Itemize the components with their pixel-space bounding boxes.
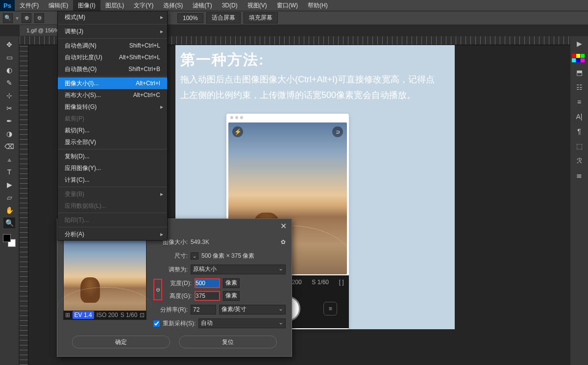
- dialog-preview: ⊞EV 1.4ISO 200S 1/60⊡: [63, 237, 147, 320]
- menu-item[interactable]: 复制(D)...: [58, 150, 167, 162]
- menu-file[interactable]: 文件(F): [15, 0, 44, 11]
- panel-icon-2[interactable]: ☷: [573, 82, 586, 93]
- menu-item: 陷印(T)...: [58, 214, 167, 226]
- eyedropper-tool[interactable]: ✂: [3, 103, 15, 114]
- zoom-in-icon[interactable]: ⊕: [22, 13, 31, 23]
- zoom-tool[interactable]: 🔍: [3, 218, 15, 228]
- color-swatch[interactable]: [3, 234, 16, 247]
- menu-item[interactable]: 图像大小(I)...Alt+Ctrl+I: [58, 77, 167, 89]
- resample-select[interactable]: 自动: [198, 318, 286, 328]
- path-tool[interactable]: ▶: [3, 179, 15, 190]
- menu-item[interactable]: 自动对比度(U)Alt+Shift+Ctrl+L: [58, 51, 167, 63]
- swatches-mini[interactable]: [572, 54, 587, 62]
- panel-icon-1[interactable]: ⬒: [573, 67, 586, 78]
- menu-item[interactable]: 裁切(R)...: [58, 124, 167, 136]
- fit-screen-button[interactable]: 适合屏幕: [206, 12, 241, 24]
- mode-icon: ≡: [323, 302, 337, 316]
- resample-checkbox[interactable]: [153, 320, 160, 327]
- ok-button[interactable]: 确定: [72, 336, 170, 348]
- height-input[interactable]: [195, 291, 220, 301]
- resolution-input[interactable]: [191, 305, 216, 315]
- menu-item: 应用数据组(L)...: [58, 200, 167, 212]
- flash-icon: ⚡: [232, 126, 243, 137]
- menu-item[interactable]: 显示全部(V): [58, 136, 167, 148]
- size-value: 549.3K: [191, 239, 209, 245]
- image-menu-dropdown: 模式(M)调整(J)自动色调(N)Shift+Ctrl+L自动对比度(U)Alt…: [57, 11, 168, 241]
- wand-tool[interactable]: ✎: [3, 77, 15, 88]
- menu-edit[interactable]: 编辑(E): [44, 0, 73, 11]
- glyphs-panel-icon[interactable]: ℛ: [573, 155, 586, 166]
- constrain-chain-icon[interactable]: ⊖: [153, 279, 162, 300]
- brush-tool[interactable]: ✒: [3, 116, 15, 126]
- clone-tool[interactable]: ◑: [3, 128, 15, 139]
- width-input[interactable]: [195, 278, 220, 288]
- res-unit-select[interactable]: 像素/英寸: [219, 305, 286, 315]
- resample-label: 重新采样(S):: [163, 319, 196, 328]
- fit-label: 调整为:: [153, 266, 188, 274]
- gear-icon[interactable]: ✿: [281, 239, 286, 245]
- menu-item[interactable]: 图像旋转(G): [58, 101, 167, 113]
- panel-icon-6[interactable]: ⬚: [573, 141, 586, 151]
- menu-layer[interactable]: 图层(L): [100, 0, 129, 11]
- menu-item[interactable]: 应用图像(Y)...: [58, 162, 167, 174]
- menu-item[interactable]: 模式(M): [58, 11, 167, 23]
- type-tool[interactable]: T: [3, 167, 15, 177]
- character-panel-icon[interactable]: A|: [573, 111, 586, 122]
- menu-window[interactable]: 窗口(W): [272, 0, 303, 11]
- filter-icon: ⊃: [332, 126, 343, 137]
- panels-dock: ▶ ⬒ ☷ ≡ A| ¶ ⬚ ℛ ≣: [570, 36, 588, 365]
- history-panel-icon[interactable]: ▶: [573, 38, 586, 49]
- menu-view[interactable]: 视图(V): [243, 0, 272, 11]
- menu-help[interactable]: 帮助(H): [303, 0, 333, 11]
- menu-item: 裁剪(P): [58, 113, 167, 124]
- lasso-tool[interactable]: ◐: [3, 65, 15, 75]
- move-tool[interactable]: ✥: [3, 39, 15, 50]
- canvas-description: 拖入动图后点击图像图像大小(Ctrl+Alt+I)可直接修改宽高，记得点上左侧的…: [180, 72, 440, 103]
- menu-3d[interactable]: 3D(D): [217, 0, 243, 11]
- res-label: 分辨率(R):: [153, 306, 188, 314]
- panel-icon-8[interactable]: ≣: [573, 170, 586, 181]
- menu-item[interactable]: 分析(A): [58, 228, 167, 240]
- menu-select[interactable]: 选择(S): [158, 0, 188, 11]
- menu-item[interactable]: 自动颜色(O)Shift+Ctrl+B: [58, 63, 167, 75]
- panel-icon-3[interactable]: ≡: [573, 97, 586, 107]
- marquee-tool[interactable]: ▭: [3, 52, 15, 63]
- close-icon[interactable]: ✕: [280, 221, 287, 231]
- menu-item: 变量(B): [58, 188, 167, 200]
- menubar: Ps 文件(F) 编辑(E) 图像(I) 图层(L) 文字(Y) 选择(S) 滤…: [0, 0, 588, 11]
- eraser-tool[interactable]: ⌫: [3, 141, 15, 152]
- menu-type[interactable]: 文字(Y): [129, 0, 158, 11]
- menu-item[interactable]: 自动色调(N)Shift+Ctrl+L: [58, 40, 167, 51]
- shape-tool[interactable]: ▱: [3, 192, 15, 203]
- menu-item[interactable]: 调整(J): [58, 25, 167, 37]
- dim-value: 500 像素 × 375 像素: [201, 252, 254, 260]
- zoom-100-button[interactable]: 100%: [177, 13, 203, 23]
- menu-item[interactable]: 计算(C)...: [58, 174, 167, 186]
- menu-filter[interactable]: 滤镜(T): [188, 0, 217, 11]
- app-logo: Ps: [0, 0, 15, 11]
- reset-button[interactable]: 复位: [179, 336, 277, 348]
- crop-tool[interactable]: ⊹: [3, 90, 15, 101]
- dim-unit-toggle[interactable]: ⌄: [191, 252, 198, 260]
- menu-item[interactable]: 画布大小(S)...Alt+Ctrl+C: [58, 89, 167, 101]
- width-label: 宽度(D):: [165, 279, 192, 288]
- height-label: 高度(G):: [165, 292, 192, 300]
- width-unit-select[interactable]: 像素: [223, 278, 240, 288]
- tools-panel: ✥ ▭ ◐ ✎ ⊹ ✂ ✒ ◑ ⌫ ⟁ T ▶ ▱ ✋ 🔍: [0, 36, 19, 365]
- gradient-tool[interactable]: ⟁: [3, 154, 15, 165]
- paragraph-panel-icon[interactable]: ¶: [573, 126, 586, 137]
- dim-label: 尺寸:: [153, 252, 188, 260]
- zoom-tool-icon[interactable]: 🔍: [3, 13, 13, 23]
- menu-image[interactable]: 图像(I): [73, 0, 100, 11]
- height-unit-select[interactable]: 像素: [223, 291, 240, 301]
- canvas-headline: 第一种方法:: [180, 50, 265, 70]
- fill-screen-button[interactable]: 填充屏幕: [244, 12, 278, 24]
- zoom-out-icon[interactable]: ⊖: [34, 13, 44, 23]
- fit-select[interactable]: 原稿大小: [191, 265, 286, 274]
- focus-icon: [ ]: [339, 279, 344, 286]
- ruler-vertical: [20, 45, 28, 365]
- hand-tool[interactable]: ✋: [3, 205, 15, 216]
